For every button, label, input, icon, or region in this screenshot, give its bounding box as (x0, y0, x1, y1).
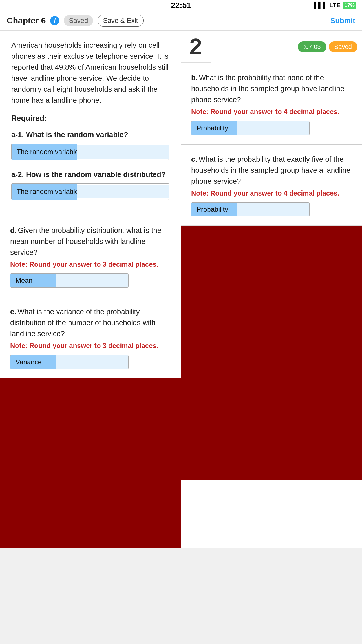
c-block: c. What is the probability that exactly … (181, 145, 362, 226)
b-block: b. What is the probability that none of … (181, 63, 362, 144)
app-header: Chapter 6 i Saved Save & Exit Submit (0, 11, 362, 31)
d-block: d. Given the probability distribution, w… (0, 216, 181, 297)
question-body: American households increasingly rely on… (0, 31, 181, 216)
c-answer-row: Probability (191, 202, 310, 216)
d-letter: d. (10, 226, 17, 235)
page-number: 2 (181, 31, 211, 63)
question-text: American households increasingly rely on… (11, 40, 169, 106)
b-note: Note: Round your answer to 4 decimal pla… (191, 107, 352, 117)
e-variance-label: Variance (10, 355, 56, 369)
status-icons: ▌▌▌ LTE 17% (314, 2, 356, 9)
a1-answer-prefix: The random variable is the count of the (12, 144, 77, 160)
a1-block: a-1. What is the random variable? The ra… (11, 129, 169, 160)
c-note: Note: Round your answer to 4 decimal pla… (191, 189, 352, 198)
e-answer-row: Variance (10, 355, 129, 369)
e-block: e. What is the variance of the probabili… (0, 297, 181, 378)
dark-red-right-section (181, 226, 362, 480)
right-panel: 2 :07:03 Saved b. What is the probabilit… (181, 31, 362, 548)
e-note: Note: Round your answer to 3 decimal pla… (10, 341, 171, 351)
saved-badge: Saved (64, 15, 93, 26)
c-question: What is the probability that exactly fiv… (191, 155, 350, 185)
status-time: 22:51 (171, 1, 191, 10)
b-prob-input[interactable] (237, 121, 310, 135)
b-letter: b. (191, 73, 198, 82)
c-letter: c. (191, 155, 197, 163)
b-question: What is the probability that none of the… (191, 73, 345, 104)
c-prob-input[interactable] (237, 203, 310, 216)
save-exit-button[interactable]: Save & Exit (98, 15, 143, 27)
a2-label: a-2. How is the random variable distribu… (11, 169, 169, 180)
timer-area: :07:03 Saved (211, 31, 362, 63)
a2-block: a-2. How is the random variable distribu… (11, 169, 169, 200)
required-label: Required: (11, 113, 169, 124)
battery-badge: 17% (343, 2, 356, 9)
main-container: American households increasingly rely on… (0, 31, 362, 548)
c-prob-label: Probability (191, 203, 237, 216)
d-note: Note: Round your answer to 3 decimal pla… (10, 260, 171, 269)
b-answer-row: Probability (191, 121, 310, 135)
d-mean-label: Mean (10, 274, 56, 287)
a1-answer-input[interactable] (77, 145, 169, 159)
d-mean-input[interactable] (56, 274, 129, 287)
signal-icon: ▌▌▌ (314, 2, 327, 9)
a2-answer-row: The random variable follows a (11, 183, 169, 200)
chapter-title: Chapter 6 (7, 16, 46, 25)
e-letter: e. (10, 307, 16, 316)
info-icon[interactable]: i (50, 16, 59, 25)
dark-red-section (0, 378, 181, 548)
page-number-area: 2 :07:03 Saved (181, 31, 362, 63)
d-question: Given the probability distribution, what… (10, 226, 161, 257)
saved-right-badge: Saved (329, 41, 357, 52)
a2-answer-input[interactable] (77, 185, 169, 198)
lte-label: LTE (329, 2, 341, 9)
submit-button[interactable]: Submit (330, 16, 355, 25)
a1-answer-row: The random variable is the count of the (11, 144, 169, 160)
d-answer-row: Mean (10, 273, 129, 288)
a1-label: a-1. What is the random variable? (11, 129, 169, 140)
b-prob-label: Probability (191, 121, 237, 135)
e-variance-input[interactable] (56, 355, 129, 369)
e-question: What is the variance of the probability … (10, 307, 156, 338)
status-bar: 22:51 ▌▌▌ LTE 17% (0, 0, 362, 11)
timer-badge: :07:03 (298, 41, 326, 52)
left-panel: American households increasingly rely on… (0, 31, 181, 548)
a2-answer-prefix: The random variable follows a (12, 184, 77, 200)
